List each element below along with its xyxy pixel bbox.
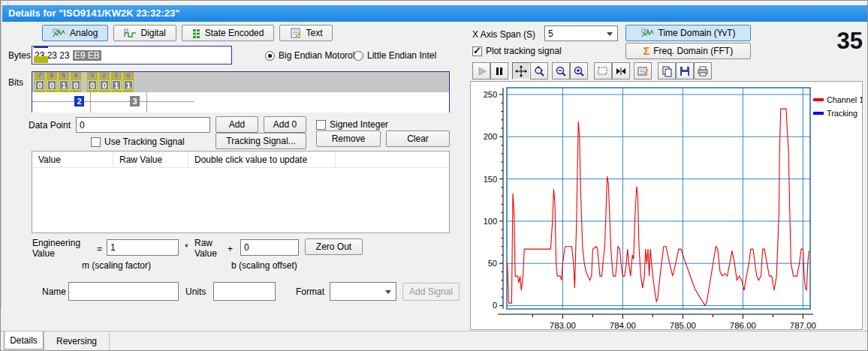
clear-button[interactable]: Clear — [386, 130, 450, 147]
tab-state-encoded-button[interactable]: State Encoded — [182, 25, 275, 41]
print-button[interactable] — [694, 62, 712, 80]
zoom-select-button[interactable] — [530, 62, 548, 80]
table-header[interactable]: Value — [32, 152, 113, 167]
bit-cell[interactable]: 01 — [123, 72, 134, 92]
tab-analog-button[interactable]: Analog — [42, 25, 108, 41]
bit-nibble-area: 2 3 — [32, 92, 449, 112]
zoom-out-button[interactable] — [552, 62, 570, 80]
zoom-out-icon — [555, 65, 567, 77]
units-input[interactable] — [213, 282, 276, 301]
big-endian-radio[interactable]: Big Endian Motorola — [265, 50, 360, 61]
equals-sign: = — [97, 244, 102, 254]
tab-label: Analog — [70, 28, 98, 38]
svg-text:787.00: 787.00 — [790, 321, 816, 329]
pause-button[interactable] — [490, 62, 508, 80]
signal-type-tabs: Analog Digital State Encoded Text — [42, 25, 333, 41]
zoom-in-button[interactable] — [570, 62, 588, 80]
bit-cell[interactable]: 11 — [111, 72, 122, 92]
svg-text:786.00: 786.00 — [730, 321, 756, 329]
table-header[interactable]: Raw Value — [113, 152, 188, 167]
table-header-row: Value Raw Value Double click value to up… — [32, 152, 449, 168]
engineering-value-label: EngineeringValue — [32, 238, 80, 259]
add-button[interactable]: Add — [215, 116, 258, 133]
scaling-factor-input[interactable]: 1 — [107, 239, 179, 256]
plus-sign: + — [228, 244, 233, 254]
chart-area: 050100150200250783.00784.00785.00786.007… — [470, 81, 863, 330]
save-icon — [679, 65, 691, 77]
copy-icon — [661, 65, 673, 77]
plot-toolbar — [472, 62, 712, 80]
little-endian-radio[interactable]: Little Endian Intel — [354, 50, 436, 61]
bit-cell[interactable]: 30 — [87, 72, 98, 92]
time-domain-icon — [641, 28, 655, 38]
svg-text:100: 100 — [484, 217, 497, 226]
window-title[interactable]: Details for "ISO9141/KW2K 23:32:23" — [2, 5, 867, 22]
details-window: Details for "ISO9141/KW2K 23:32:23" Anal… — [0, 0, 868, 351]
properties-button[interactable] — [634, 62, 652, 80]
table-body-empty — [32, 168, 449, 232]
freq-domain-button[interactable]: Σ Freq. Domain (FFT) — [625, 43, 751, 59]
b-caption: b (scaling offset) — [231, 260, 297, 271]
data-point-label: Data Point — [29, 120, 71, 130]
signal-details-panel: Analog Digital State Encoded Text — [2, 23, 460, 328]
bits-label: Bits — [8, 77, 23, 88]
svg-text:0: 0 — [493, 301, 497, 310]
text-document-icon — [290, 28, 302, 38]
svg-text:250: 250 — [484, 90, 497, 99]
zero-out-button[interactable]: Zero Out — [305, 238, 363, 255]
add-0-button[interactable]: Add 0 — [264, 116, 306, 133]
bytes-input[interactable]: 23 23 23 E9 EB — [32, 46, 232, 64]
radio-label: Big Endian Motorola — [279, 50, 360, 61]
copy-button[interactable] — [658, 62, 676, 80]
tab-details[interactable]: Details — [4, 332, 44, 350]
data-point-input[interactable]: 0 — [76, 117, 210, 133]
bit-strip: 7060514030201101 — [32, 72, 449, 92]
collapse-button[interactable] — [612, 62, 630, 80]
plot-tracking-checkbox[interactable]: Plot tracking signal — [472, 46, 562, 56]
selected-byte-marker — [34, 56, 48, 63]
save-button[interactable] — [676, 62, 694, 80]
signed-integer-checkbox[interactable]: Signed Integer — [316, 119, 388, 130]
nibble-hex-low[interactable]: 3 — [130, 96, 140, 106]
add-signal-button[interactable]: Add Signal — [402, 283, 460, 301]
bits-panel[interactable]: 7060514030201101 2 3 — [32, 71, 450, 112]
table-header — [336, 152, 449, 167]
name-input[interactable] — [68, 282, 179, 301]
bit-cell[interactable]: 40 — [71, 72, 81, 92]
raw-value-label: RawValue — [194, 238, 217, 259]
format-label: Format — [296, 286, 324, 297]
svg-text:200: 200 — [484, 132, 497, 141]
remove-button[interactable]: Remove — [316, 130, 381, 147]
bottom-tab-bar: Details Reversing — [1, 331, 868, 350]
zoom-in-icon — [573, 65, 585, 77]
pan-icon — [515, 65, 527, 77]
name-label: Name — [42, 286, 66, 297]
bit-cell[interactable]: 70 — [35, 72, 45, 92]
radio-label: Little Endian Intel — [367, 50, 436, 61]
nibble-hex-high[interactable]: 2 — [74, 96, 84, 106]
digital-waveform-icon — [124, 28, 137, 38]
format-select[interactable] — [330, 282, 396, 301]
chevron-down-icon — [607, 32, 613, 36]
tab-label: State Encoded — [205, 28, 264, 38]
bit-cell[interactable]: 20 — [99, 72, 110, 92]
pan-button[interactable] — [512, 62, 530, 80]
use-tracking-signal-checkbox[interactable]: Use Tracking Signal — [91, 136, 185, 147]
scaling-offset-input[interactable]: 0 — [240, 239, 299, 256]
tab-label: Digital — [140, 28, 165, 38]
bit-cell[interactable]: 51 — [59, 72, 69, 92]
tab-reversing[interactable]: Reversing — [44, 332, 110, 351]
x-axis-span-select[interactable]: 5 — [544, 26, 618, 41]
tab-digital-button[interactable]: Digital — [113, 25, 176, 41]
legend-label: Channel 1 — [827, 95, 862, 104]
time-domain-button[interactable]: Time Domain (YvT) — [625, 25, 751, 41]
values-table[interactable]: Value Raw Value Double click value to up… — [32, 151, 450, 233]
signal-chart[interactable]: 050100150200250783.00784.00785.00786.007… — [471, 82, 862, 329]
play-button[interactable] — [472, 62, 490, 80]
table-header[interactable]: Double click value to update — [188, 152, 336, 167]
tracking-signal-button[interactable]: Tracking Signal... — [215, 133, 306, 149]
bit-cell[interactable]: 60 — [47, 72, 57, 92]
tab-text-button[interactable]: Text — [279, 25, 333, 41]
box-zoom-button[interactable] — [594, 62, 612, 80]
bytes-selected-text: E9 EB — [73, 50, 101, 61]
